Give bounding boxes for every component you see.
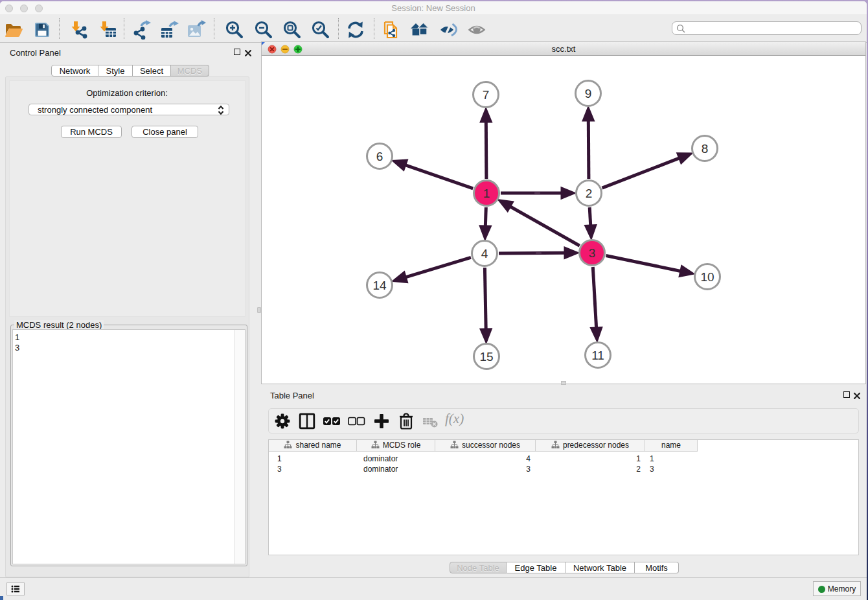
svg-text:14: 14 xyxy=(372,279,387,292)
svg-text:7: 7 xyxy=(483,88,490,102)
svg-text:8: 8 xyxy=(702,142,709,156)
svg-text:1: 1 xyxy=(483,187,490,200)
svg-text:4: 4 xyxy=(481,247,488,260)
svg-text:10: 10 xyxy=(700,270,714,284)
svg-text:15: 15 xyxy=(479,350,493,363)
svg-text:11: 11 xyxy=(591,349,604,362)
svg-text:9: 9 xyxy=(585,87,592,100)
svg-text:6: 6 xyxy=(376,150,383,163)
svg-text:3: 3 xyxy=(589,246,596,260)
svg-text:2: 2 xyxy=(586,187,593,200)
